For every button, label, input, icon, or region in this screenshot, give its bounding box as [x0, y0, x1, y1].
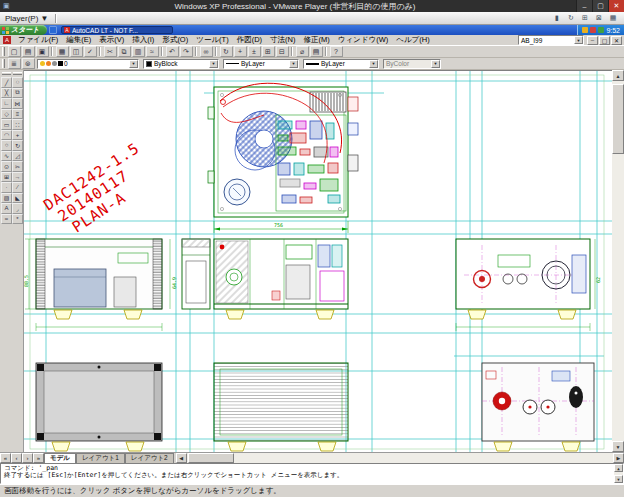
network-icon[interactable]	[598, 27, 604, 33]
offset-tool-button[interactable]: ≡	[12, 109, 23, 120]
preview-button[interactable]: ◫	[70, 46, 83, 57]
horizontal-scrollbar[interactable]: ◀ ▶	[176, 453, 624, 463]
pan-button[interactable]: +	[234, 46, 247, 57]
point-tool-button[interactable]: ·	[1, 182, 12, 193]
arc-tool-button[interactable]: ◠	[1, 130, 12, 141]
line-tool-button[interactable]: ╱	[1, 77, 12, 88]
tab-prev-icon[interactable]: ‹	[11, 453, 22, 463]
spline-tool-button[interactable]: ∿	[1, 151, 12, 162]
redraw-button[interactable]: ↻	[220, 46, 233, 57]
minimize-button[interactable]: –	[576, 0, 592, 12]
command-window[interactable]: コマンド: '_pan 終了するには [Esc]か[Enter]を押してください…	[0, 463, 624, 484]
layers-dialog-button[interactable]: ≣	[8, 58, 21, 69]
menu-insert[interactable]: 挿入(I)	[128, 35, 158, 45]
rectangle-tool-button[interactable]: ▭	[1, 119, 12, 130]
menu-file[interactable]: ファイル(F)	[14, 35, 62, 45]
erase-tool-button[interactable]: ◌	[12, 77, 23, 88]
scale-tool-button[interactable]: ◿	[12, 151, 23, 162]
toolbar-grip[interactable]	[2, 47, 5, 56]
polyline-tool-button[interactable]: ∟	[1, 98, 12, 109]
player-menu[interactable]: Player(P) ▼	[0, 14, 53, 23]
antivirus-icon[interactable]	[590, 27, 596, 33]
array-tool-button[interactable]: ∷	[12, 119, 23, 130]
trim-tool-button[interactable]: ✂	[12, 161, 23, 172]
spell-button[interactable]: ✓	[84, 46, 97, 57]
drawing-area[interactable]: 756 DAC1242-1.5 20140117 PLAN-A	[24, 70, 612, 452]
menu-dimension[interactable]: 寸法(N)	[266, 35, 299, 45]
vm-fullscreen-icon[interactable]: ⊞	[579, 13, 591, 24]
tab-last-icon[interactable]: »	[33, 453, 44, 463]
tab-first-icon[interactable]: «	[0, 453, 11, 463]
zoom-previous-button[interactable]: ⊟	[276, 46, 289, 57]
insert-block-tool-button[interactable]: ⊞	[1, 172, 12, 183]
match-properties-button[interactable]: ≈	[146, 46, 159, 57]
break-tool-button[interactable]: ∕	[12, 182, 23, 193]
maximize-button[interactable]: ▢	[592, 0, 608, 12]
scroll-right-icon[interactable]: ▶	[613, 453, 624, 463]
distance-button[interactable]: ⌀	[296, 46, 309, 57]
taskbar-item-autocad[interactable]: A AutoCAD LT - NOT F...	[61, 26, 173, 34]
tab-layout1[interactable]: レイアウト1	[76, 453, 125, 463]
hatch-tool-button[interactable]: ▨	[1, 193, 12, 204]
construction-line-tool-button[interactable]: ╳	[1, 88, 12, 99]
circle-tool-button[interactable]: ○	[1, 140, 12, 151]
menu-modify[interactable]: 修正(M)	[300, 35, 334, 45]
move-tool-button[interactable]: +	[12, 130, 23, 141]
lineweight-combo[interactable]: ByLayer ▼	[303, 59, 379, 69]
command-scroll-down-icon[interactable]: ▼	[614, 475, 623, 483]
redo-button[interactable]: ↷	[180, 46, 193, 57]
explode-tool-button[interactable]: *	[12, 214, 23, 225]
close-button[interactable]: ✕	[608, 0, 624, 12]
toolbar-grip[interactable]	[13, 72, 22, 75]
paste-button[interactable]: ▥	[132, 46, 145, 57]
mdi-minimize-button[interactable]: –	[587, 36, 598, 45]
new-file-button[interactable]: ▢	[8, 46, 21, 57]
linetype-combo[interactable]: ByLayer ▼	[223, 59, 299, 69]
toolbar-grip[interactable]	[2, 59, 5, 68]
quick-launch-icon[interactable]	[49, 26, 57, 34]
tab-layout2[interactable]: レイアウト2	[125, 453, 174, 463]
mirror-tool-button[interactable]: ⋈	[12, 98, 23, 109]
menu-edit[interactable]: 編集(E)	[62, 35, 95, 45]
zoom-window-button[interactable]: ⊞	[262, 46, 275, 57]
style-combo[interactable]: AB_I99 ▼	[518, 35, 584, 45]
text-tool-button[interactable]: A	[1, 203, 12, 214]
menu-help[interactable]: ヘルプ(H)	[392, 35, 433, 45]
make-layer-current-button[interactable]: ⊜	[22, 58, 35, 69]
scroll-up-icon[interactable]: ▲	[612, 70, 624, 81]
chevron-down-icon[interactable]: ▼	[289, 60, 298, 68]
hyperlink-button[interactable]: ∞	[200, 46, 213, 57]
save-button[interactable]: ▣	[36, 46, 49, 57]
cut-button[interactable]: ✂	[104, 46, 117, 57]
fillet-tool-button[interactable]: ◞	[12, 203, 23, 214]
polygon-tool-button[interactable]: ◇	[1, 109, 12, 120]
security-shield-icon[interactable]	[582, 27, 588, 33]
drawing-svg[interactable]: 756 DAC1242-1.5 20140117 PLAN-A	[24, 71, 612, 453]
chevron-down-icon[interactable]: ▼	[129, 60, 138, 68]
print-button[interactable]: ▦	[56, 46, 69, 57]
properties-button[interactable]: ▤	[310, 46, 323, 57]
tab-model[interactable]: モデル	[44, 453, 76, 463]
toolbar-grip[interactable]	[2, 72, 11, 75]
help-button[interactable]: ?	[330, 46, 343, 57]
chevron-down-icon[interactable]: ▼	[369, 60, 378, 68]
horizontal-scroll-thumb[interactable]	[188, 453, 234, 463]
mdi-close-button[interactable]: ✕	[611, 36, 622, 45]
vertical-scrollbar[interactable]: ▲ ▼	[612, 70, 624, 452]
copy-button[interactable]: ⧉	[118, 46, 131, 57]
undo-button[interactable]: ↶	[166, 46, 179, 57]
vm-unity-icon[interactable]: ⊠	[593, 13, 605, 24]
command-scroll-up-icon[interactable]: ▲	[614, 464, 623, 472]
menu-tools[interactable]: ツール(T)	[192, 35, 232, 45]
extend-tool-button[interactable]: →	[12, 172, 23, 183]
vm-restart-icon[interactable]: ↻	[565, 13, 577, 24]
copy-tool-button[interactable]: ⧉	[12, 88, 23, 99]
zoom-realtime-button[interactable]: ±	[248, 46, 261, 57]
start-button[interactable]: スタート	[0, 25, 47, 35]
menu-view[interactable]: 表示(V)	[95, 35, 128, 45]
open-file-button[interactable]: ▤	[22, 46, 35, 57]
vm-suspend-icon[interactable]: ▮	[551, 13, 563, 24]
rotate-tool-button[interactable]: ↻	[12, 140, 23, 151]
layer-combo[interactable]: 0 ▼	[37, 59, 139, 69]
color-combo[interactable]: ByBlock ▼	[143, 59, 219, 69]
